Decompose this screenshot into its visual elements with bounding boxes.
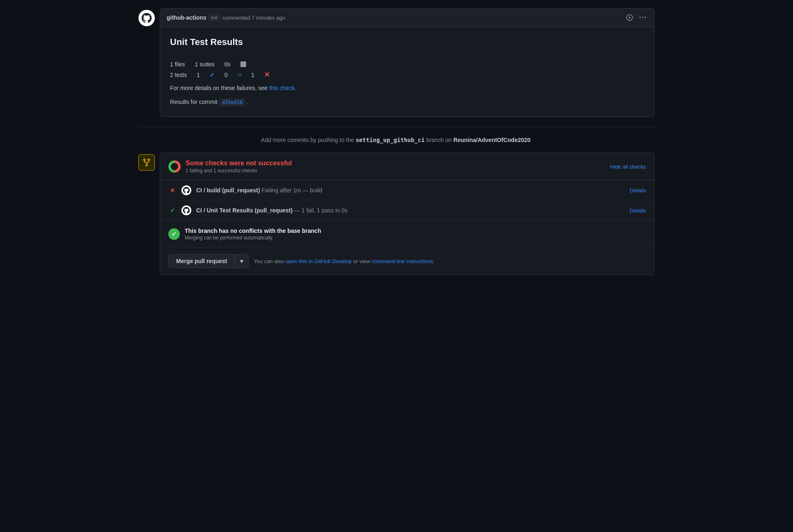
push-suffix: .: [530, 137, 532, 143]
checks-box: Some checks were not successful 1 failin…: [160, 153, 655, 275]
no-conflict-icon: ✓: [168, 228, 180, 240]
merge-info-suffix: .: [433, 258, 435, 264]
this-check-link[interactable]: this check: [269, 85, 295, 91]
checks-title-group: Some checks were not successful 1 failin…: [186, 160, 292, 174]
failed-stat: 1: [251, 72, 254, 78]
checks-header: Some checks were not successful 1 failin…: [160, 153, 654, 180]
page-container: github-actions bot commented 7 minutes a…: [130, 8, 663, 275]
checks-avatar: [138, 154, 155, 171]
checks-header-left: Some checks were not successful 1 failin…: [168, 160, 292, 174]
comment-author: github-actions: [167, 14, 206, 21]
comment-box: github-actions bot commented 7 minutes a…: [160, 8, 655, 117]
push-middle: branch on: [425, 137, 453, 143]
check-2-details-link[interactable]: Details: [630, 207, 646, 214]
check-1-details-link[interactable]: Details: [630, 187, 646, 194]
commit-text: Results for commit: [170, 99, 219, 105]
no-conflict-row: ✓ This branch has no conflicts with the …: [160, 221, 654, 247]
passed-stat: 1: [197, 72, 200, 78]
check-row-1: ✕ CI / build (pull_request) Failing afte…: [160, 180, 654, 201]
failure-text: For more details on these failures, see: [170, 85, 269, 91]
comment-header: github-actions bot commented 7 minutes a…: [160, 9, 654, 27]
merge-button-group: Merge pull request ▼: [168, 254, 249, 268]
no-conflict-info: This branch has no conflicts with the ba…: [185, 228, 321, 241]
check-2-github-icon: [181, 205, 191, 215]
merge-pull-request-button[interactable]: Merge pull request: [168, 254, 234, 268]
files-stat: 1 files: [170, 61, 185, 68]
failure-paragraph: For more details on these failures, see …: [170, 83, 644, 92]
suites-stat: 1 suites: [195, 61, 215, 68]
merge-info: You can also open this in GitHub Desktop…: [254, 258, 435, 264]
duration-icon: [240, 61, 246, 67]
push-prefix: Add more commits by pushing to the: [261, 137, 356, 143]
check-1-info: CI / build (pull_request) Failing after …: [196, 187, 625, 194]
emoji-button[interactable]: [625, 13, 634, 23]
comment-time: commented 7 minutes ago: [222, 15, 285, 21]
open-desktop-link[interactable]: open this in GitHub Desktop: [285, 258, 352, 264]
duration-stat: 0s: [224, 61, 231, 68]
passed-icon: ✔: [210, 72, 215, 78]
skipped-stat: 0: [224, 72, 228, 78]
check-row-2: ✓ CI / Unit Test Results (pull_request) …: [160, 201, 654, 221]
no-conflict-title: This branch has no conflicts with the ba…: [185, 228, 321, 234]
commit-hash[interactable]: d35ed16: [219, 99, 246, 106]
checks-status-icon: [168, 160, 181, 173]
github-avatar: [138, 10, 155, 26]
no-conflict-subtitle: Merging can be performed automatically.: [185, 235, 321, 241]
checks-title: Some checks were not successful: [186, 160, 292, 167]
check-1-status: ✕: [168, 186, 177, 194]
push-repo: Reunina/AdventOfCode2020: [453, 137, 530, 143]
check-2-pass-icon: ✓: [170, 207, 175, 214]
tests-stat: 2 tests: [170, 72, 187, 78]
hide-all-checks-button[interactable]: Hide all checks: [610, 164, 646, 170]
comment-header-left: github-actions bot commented 7 minutes a…: [167, 14, 285, 21]
stats-row-1: 1 files 1 suites 0s: [170, 61, 644, 68]
merge-info-middle: or view: [352, 258, 372, 264]
comment-header-right: [625, 13, 648, 23]
check-1-github-icon: [181, 185, 191, 195]
check-2-status: ✓: [168, 206, 177, 214]
push-branch: setting_up_github_ci: [356, 137, 425, 143]
more-options-button[interactable]: [638, 13, 648, 23]
merge-dropdown-button[interactable]: ▼: [234, 254, 249, 268]
stats-row-2: 2 tests 1 ✔ 0 ᶻz 1 ✕: [170, 71, 644, 79]
checks-wrapper: Some checks were not successful 1 failin…: [138, 153, 655, 275]
push-message: Add more commits by pushing to the setti…: [138, 135, 655, 144]
merge-info-prefix: You can also: [254, 258, 285, 264]
comment-badge: bot: [208, 14, 220, 21]
comment-wrapper: github-actions bot commented 7 minutes a…: [138, 8, 655, 117]
commit-paragraph: Results for commit d35ed16 .: [170, 97, 644, 106]
skipped-icon: ᶻz: [238, 72, 242, 77]
merge-row: Merge pull request ▼ You can also open t…: [160, 247, 654, 275]
check-2-info: CI / Unit Test Results (pull_request) — …: [196, 207, 625, 214]
check-1-fail-icon: ✕: [170, 187, 175, 194]
failed-icon: ✕: [264, 71, 270, 79]
section-divider: [138, 127, 655, 127]
comment-body: Unit Test Results 1 files 1 suites 0s 2 …: [160, 27, 654, 117]
check-2-name: CI / Unit Test Results (pull_request) — …: [196, 207, 347, 214]
cli-link[interactable]: command line instructions: [372, 258, 433, 264]
comment-title: Unit Test Results: [170, 37, 644, 47]
checks-subtitle: 1 failing and 1 successful checks: [186, 168, 292, 174]
check-1-name: CI / build (pull_request) Failing after …: [196, 187, 322, 194]
